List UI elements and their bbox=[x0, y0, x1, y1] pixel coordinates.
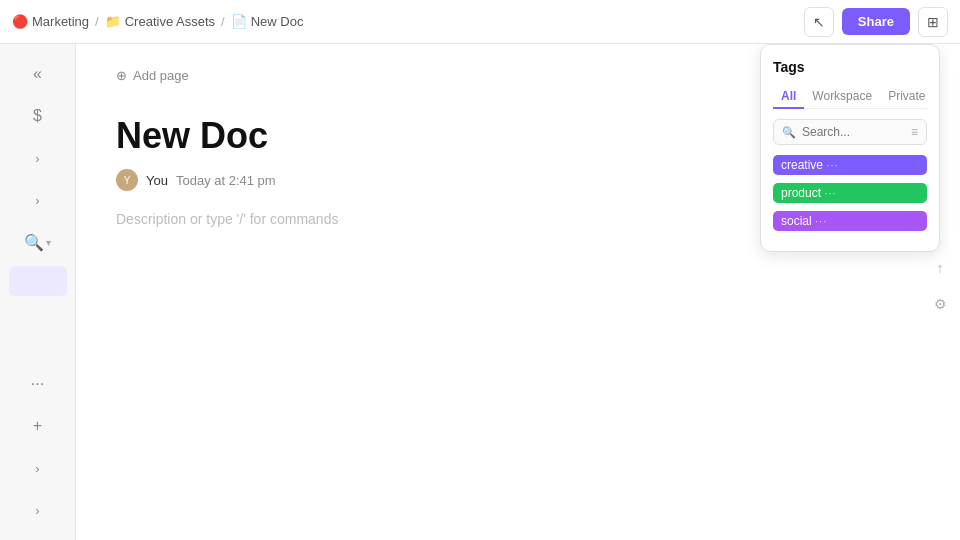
upload-icon-button[interactable]: ↑ bbox=[926, 254, 954, 282]
sidebar-bottom: ··· + › › bbox=[20, 366, 56, 528]
tag-creative-dots[interactable]: ··· bbox=[826, 159, 838, 171]
right-panel-icons: ↑ ⚙ bbox=[926, 254, 954, 318]
sidebar-expand-1[interactable]: › bbox=[20, 140, 56, 176]
sidebar-more-button[interactable]: ··· bbox=[20, 366, 56, 402]
layout-button[interactable]: ⊞ bbox=[918, 7, 948, 37]
tags-panel-title: Tags bbox=[773, 59, 927, 75]
breadcrumb-item-creative-assets[interactable]: 📁 Creative Assets bbox=[105, 14, 215, 29]
folder-icon: 📁 bbox=[105, 14, 121, 29]
chevron-right-icon-3: › bbox=[35, 461, 39, 476]
search-chevron-icon: ▾ bbox=[46, 237, 51, 248]
sidebar-dollar-icon-button[interactable]: $ bbox=[20, 98, 56, 134]
breadcrumb-sep-2: / bbox=[221, 14, 225, 29]
tags-list: creative ··· product ··· social ··· bbox=[773, 155, 927, 237]
collapse-icon: « bbox=[33, 65, 42, 83]
tags-tabs: All Workspace Private bbox=[773, 85, 927, 109]
breadcrumb-item-new-doc[interactable]: 📄 New Doc bbox=[231, 14, 304, 29]
more-icon: ··· bbox=[31, 375, 44, 393]
cursor-icon: ↖ bbox=[813, 14, 825, 30]
tags-tab-private[interactable]: Private bbox=[880, 85, 933, 109]
breadcrumb-creative-assets-label: Creative Assets bbox=[125, 14, 215, 29]
cursor-icon-button[interactable]: ↖ bbox=[804, 7, 834, 37]
tags-filter-icon[interactable]: ≡ bbox=[911, 125, 918, 139]
tag-social-label: social bbox=[781, 214, 812, 228]
sidebar-add-button[interactable]: + bbox=[20, 408, 56, 444]
chevron-right-icon: › bbox=[35, 151, 39, 166]
tag-social-dots[interactable]: ··· bbox=[815, 215, 827, 227]
add-icon: + bbox=[33, 417, 42, 435]
tag-creative-label: creative bbox=[781, 158, 823, 172]
breadcrumb: 🔴 Marketing / 📁 Creative Assets / 📄 New … bbox=[12, 14, 303, 29]
chevron-right-icon-4: › bbox=[35, 503, 39, 518]
doc-icon: 📄 bbox=[231, 14, 247, 29]
sidebar-active-highlight bbox=[9, 266, 67, 296]
tags-search-icon: 🔍 bbox=[782, 126, 796, 139]
chevron-right-icon-2: › bbox=[35, 193, 39, 208]
marketing-icon: 🔴 bbox=[12, 14, 28, 29]
sidebar-search-button[interactable]: 🔍 ▾ bbox=[20, 224, 56, 260]
content-area: ⊕ Add page New Doc Y You Today at 2:41 p… bbox=[76, 44, 960, 540]
tags-tab-all[interactable]: All bbox=[773, 85, 804, 109]
avatar-initials: Y bbox=[124, 175, 131, 186]
breadcrumb-item-marketing[interactable]: 🔴 Marketing bbox=[12, 14, 89, 29]
tag-product-label: product bbox=[781, 186, 821, 200]
settings-icon-button[interactable]: ⚙ bbox=[926, 290, 954, 318]
sidebar-expand-4[interactable]: › bbox=[20, 492, 56, 528]
dollar-icon: $ bbox=[33, 107, 42, 125]
breadcrumb-sep-1: / bbox=[95, 14, 99, 29]
settings-icon: ⚙ bbox=[934, 296, 947, 312]
layout-icon: ⊞ bbox=[927, 14, 939, 30]
tags-panel: Tags All Workspace Private 🔍 ≡ creative … bbox=[760, 44, 940, 252]
tag-creative[interactable]: creative ··· bbox=[773, 155, 927, 175]
sidebar-expand-3[interactable]: › bbox=[20, 450, 56, 486]
topbar-actions: ↖ Share ⊞ bbox=[804, 7, 948, 37]
topbar: 🔴 Marketing / 📁 Creative Assets / 📄 New … bbox=[0, 0, 960, 44]
doc-timestamp: Today at 2:41 pm bbox=[176, 173, 276, 188]
search-icon: 🔍 bbox=[24, 233, 44, 252]
tag-product-dots[interactable]: ··· bbox=[824, 187, 836, 199]
tag-product[interactable]: product ··· bbox=[773, 183, 927, 203]
sidebar-top: « $ › › 🔍 ▾ bbox=[9, 56, 67, 362]
share-button[interactable]: Share bbox=[842, 8, 910, 35]
tags-search-box: 🔍 ≡ bbox=[773, 119, 927, 145]
avatar: Y bbox=[116, 169, 138, 191]
add-page-label: Add page bbox=[133, 68, 189, 83]
tags-tab-workspace[interactable]: Workspace bbox=[804, 85, 880, 109]
breadcrumb-marketing-label: Marketing bbox=[32, 14, 89, 29]
sidebar-collapse-button[interactable]: « bbox=[20, 56, 56, 92]
doc-author: You bbox=[146, 173, 168, 188]
tags-search-input[interactable] bbox=[802, 125, 905, 139]
breadcrumb-new-doc-label: New Doc bbox=[251, 14, 304, 29]
main-layout: « $ › › 🔍 ▾ ··· + › bbox=[0, 44, 960, 540]
tag-social[interactable]: social ··· bbox=[773, 211, 927, 231]
add-page-icon: ⊕ bbox=[116, 68, 127, 83]
sidebar: « $ › › 🔍 ▾ ··· + › bbox=[0, 44, 76, 540]
sidebar-expand-2[interactable]: › bbox=[20, 182, 56, 218]
upload-icon: ↑ bbox=[937, 260, 944, 276]
